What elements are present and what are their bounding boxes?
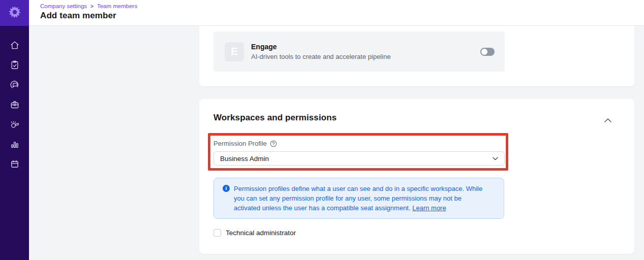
page-header: Company settings > Team members Add team… [29,0,644,26]
briefcase-icon [10,100,20,110]
engage-card: E Engage AI-driven tools to create and a… [199,26,634,86]
info-text: Permission profiles define what a user c… [234,184,484,213]
engage-texts: Engage AI-driven tools to create and acc… [251,43,480,60]
sidebar-item-calendar[interactable] [0,154,29,174]
page-title: Add team member [40,11,644,21]
technical-admin-checkbox[interactable] [213,229,221,237]
info-icon: i [223,185,230,192]
sidebar-nav [0,35,29,174]
engage-avatar: E [225,42,244,61]
technical-admin-label: Technical administrator [226,229,296,237]
sidebar-item-tasks[interactable] [0,55,29,75]
toggle-knob [481,49,487,55]
sidebar-item-analytics[interactable] [0,134,29,154]
calendar-icon [10,159,20,169]
app-window: Company settings > Team members Add team… [0,0,644,260]
sidebar-item-coach[interactable] [0,114,29,134]
main-content: E Engage AI-driven tools to create and a… [29,26,644,260]
engage-title: Engage [251,43,480,51]
chat-bubble-icon [10,80,20,90]
permission-profile-label: Permission Profile [213,140,267,147]
engage-toggle[interactable] [480,48,495,56]
sidebar [0,0,29,260]
sidebar-item-conversations[interactable] [0,75,29,94]
sidebar-item-jobs[interactable] [0,94,29,114]
whistle-icon [10,119,20,129]
learn-more-link[interactable]: Learn more [412,204,446,212]
home-icon [10,40,20,50]
section-heading: Workspaces and permissions [213,113,336,123]
clipboard-check-icon [10,60,20,70]
breadcrumb-team-members[interactable]: Team members [97,3,137,9]
permission-profile-select[interactable]: Business Admin [213,151,505,166]
collapse-section-button[interactable] [604,116,612,125]
technical-admin-row: Technical administrator [213,229,296,237]
help-question-icon[interactable] [270,140,277,147]
breadcrumb: Company settings > Team members [40,3,644,9]
breadcrumb-company-settings[interactable]: Company settings [40,3,87,9]
chevron-down-icon [493,157,498,160]
starburst-logo-icon [7,5,22,22]
breadcrumb-separator-icon: > [90,4,94,9]
sidebar-item-home[interactable] [0,35,29,55]
chevron-up-icon [604,116,612,124]
permission-profile-value: Business Admin [220,155,269,162]
info-banner: i Permission profiles define what a user… [213,178,504,219]
engage-row: E Engage AI-driven tools to create and a… [213,31,505,72]
workspaces-permissions-card: Workspaces and permissions Permission Pr… [199,99,634,254]
engage-description: AI-driven tools to create and accelerate… [251,53,480,60]
permission-profile-label-row: Permission Profile [213,140,277,147]
app-logo[interactable] [0,0,29,26]
bar-chart-icon [10,139,20,149]
